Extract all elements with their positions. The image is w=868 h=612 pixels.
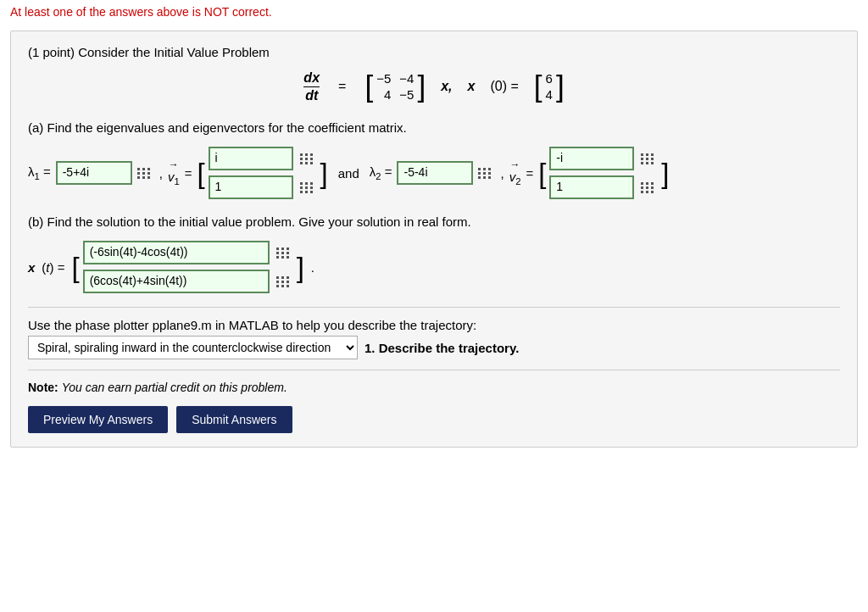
solution-matrix: [ (-6sin(4t)-4cos(4t)) (6cos(4t)+4sin(4t… — [71, 237, 303, 297]
error-banner: At least one of the answers above is NOT… — [0, 0, 868, 24]
sol-bottom-row: (6cos(4t)+4sin(4t)) — [83, 270, 293, 293]
v2-bottom-row: 1 — [549, 175, 658, 199]
sol-top-row: (-6sin(4t)-4cos(4t)) — [83, 241, 293, 264]
trajectory-label: Use the phase plotter pplane9.m in MATLA… — [28, 318, 840, 332]
v1-label-group: → v1 — [168, 159, 180, 186]
period: . — [311, 260, 314, 275]
sol-top-grid-icon[interactable] — [273, 242, 293, 263]
eigenvalue-row: λ1 = -5+4i , → v1 = [ i — [28, 143, 840, 203]
trajectory-row: Spiral, spiraling inward in the counterc… — [28, 336, 840, 359]
solution-top-input[interactable]: (-6sin(4t)-4cos(4t)) — [83, 241, 270, 264]
x0-label: x — [468, 79, 476, 94]
equals-v2: = — [526, 166, 533, 181]
ivp-equation: dx dt = [ −5 −4 4 −5 ] x, x(0) = [ 6 4 ] — [28, 70, 840, 103]
x0-top: 6 — [546, 71, 553, 86]
problem-container: (1 point) Consider the Initial Value Pro… — [10, 31, 858, 448]
solution-bottom-input[interactable]: (6cos(4t)+4sin(4t)) — [83, 270, 270, 293]
x0-vector: [ 6 4 ] — [534, 70, 565, 103]
lambda1-input-group: -5+4i — [56, 161, 154, 185]
lambda2-input-group: -5-4i — [397, 161, 495, 185]
a21: 4 — [376, 87, 391, 102]
lambda2-label: λ2 = — [370, 164, 392, 181]
lambda1-input[interactable]: -5+4i — [56, 161, 132, 185]
v2-top-input[interactable]: -i — [549, 147, 634, 170]
v2-matrix: [ -i 1 — [538, 143, 669, 203]
v2-bottom-input[interactable]: 1 — [549, 175, 634, 199]
x-var: x, — [441, 79, 452, 94]
submit-button[interactable]: Submit Answers — [176, 406, 292, 433]
v1-matrix: [ i 1 — [197, 143, 327, 203]
trajectory-select[interactable]: Spiral, spiraling inward in the counterc… — [28, 336, 358, 359]
part-b-label: (b) Find the solution to the initial val… — [28, 214, 840, 229]
xt-label: x — [28, 260, 35, 275]
v2-label-group: → v2 — [509, 159, 521, 186]
and-label: and — [338, 166, 359, 181]
v2-bottom-grid-icon[interactable] — [637, 177, 658, 198]
dt-denom: dt — [305, 87, 318, 103]
x0-bottom: 4 — [546, 87, 553, 102]
v1-bottom-row: 1 — [209, 175, 317, 199]
v1-top-row: i — [209, 147, 317, 170]
preview-button[interactable]: Preview My Answers — [28, 406, 168, 433]
solution-row: x (t) = [ (-6sin(4t)-4cos(4t)) (6 — [28, 237, 840, 297]
comma2: , — [500, 166, 504, 181]
xt-t: (t) = — [42, 260, 64, 275]
v2-top-row: -i — [549, 147, 658, 170]
note-italic: You can earn partial credit on this prob… — [62, 381, 287, 394]
v2-top-grid-icon[interactable] — [637, 148, 658, 169]
v1-top-grid-icon[interactable] — [297, 148, 317, 169]
lambda2-input[interactable]: -5-4i — [397, 161, 473, 185]
sol-bottom-grid-icon[interactable] — [273, 271, 293, 292]
trajectory-section: Use the phase plotter pplane9.m in MATLA… — [28, 318, 840, 359]
button-row: Preview My Answers Submit Answers — [28, 406, 840, 433]
lambda2-grid-icon[interactable] — [475, 163, 495, 183]
lambda1-grid-icon[interactable] — [134, 163, 154, 183]
divider — [28, 307, 840, 308]
note-bold: Note: — [28, 381, 58, 394]
equals-sign: = — [335, 79, 349, 94]
equals-v1: = — [185, 166, 192, 181]
a22: −5 — [399, 87, 414, 102]
dxdt-fraction: dx dt — [303, 70, 320, 103]
matrix-a: [ −5 −4 4 −5 ] — [364, 70, 426, 103]
problem-title: (1 point) Consider the Initial Value Pro… — [28, 45, 840, 59]
note-section: Note: You can earn partial credit on thi… — [28, 381, 840, 394]
dx-numer: dx — [303, 70, 320, 87]
divider2 — [28, 370, 840, 370]
part-a-label: (a) Find the eigenvalues and eigenvector… — [28, 120, 840, 135]
comma1: , — [159, 166, 163, 181]
a11: −5 — [376, 71, 391, 86]
v1-top-input[interactable]: i — [209, 147, 293, 170]
trajectory-suffix: 1. Describe the trajectory. — [364, 341, 519, 355]
v1-bottom-grid-icon[interactable] — [297, 177, 317, 198]
lambda1-label: λ1 = — [28, 164, 51, 181]
error-text: At least one of the answers above is NOT… — [10, 5, 272, 19]
v1-bottom-input[interactable]: 1 — [209, 175, 293, 199]
a12: −4 — [399, 71, 414, 86]
